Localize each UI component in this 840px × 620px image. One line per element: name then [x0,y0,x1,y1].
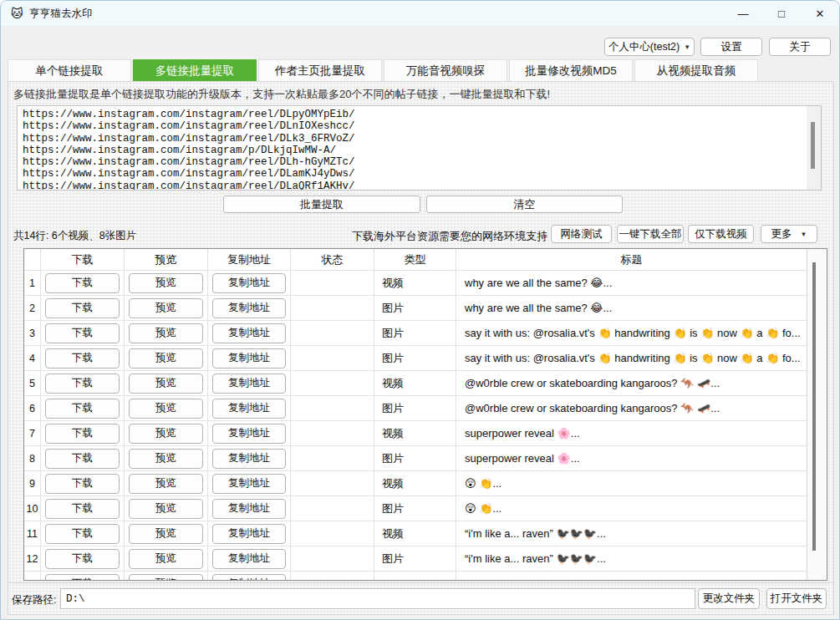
copy-link-button[interactable]: 复制地址 [212,449,286,469]
download-button[interactable]: 下载 [45,348,120,368]
col-preview-header: 预览 [125,249,208,270]
copy-link-button[interactable]: 复制地址 [212,574,286,581]
copy-link-button[interactable]: 复制地址 [212,499,286,519]
copy-link-button[interactable]: 复制地址 [212,424,286,444]
main-panel: 多链接批量提取是单个链接提取功能的升级版本，支持一次粘贴最多20个不同的帖子链接… [8,81,834,615]
copy-link-button[interactable]: 复制地址 [212,298,286,318]
copy-link-button[interactable]: 复制地址 [212,323,286,343]
table-scrollbar-thumb[interactable] [812,262,816,551]
download-button[interactable]: 下载 [45,424,120,444]
tab-multi-link-batch-extract[interactable]: 多链接批量提取 [133,59,257,81]
copy-link-button[interactable]: 复制地址 [212,524,286,544]
tab-universal-media-sniffer[interactable]: 万能音视频嗅探 [384,59,507,81]
status-cell [291,521,374,546]
download-button[interactable]: 下载 [45,298,120,318]
title-cell: say it with us: @rosalia.vt's 👏 handwrit… [456,346,807,370]
download-button[interactable]: 下载 [45,574,120,581]
preview-button[interactable]: 预览 [129,499,203,519]
col-type-header: 类型 [374,249,456,270]
row-number: 9 [24,471,41,495]
copy-link-button[interactable]: 复制地址 [212,474,286,494]
download-button[interactable]: 下载 [45,474,120,494]
type-cell: 视频 [374,271,456,295]
change-folder-button[interactable]: 更改文件夹 [698,588,760,609]
download-button[interactable]: 下载 [45,524,120,544]
url-input-box[interactable]: https://www.instagram.com/instagram/reel… [17,105,822,191]
url-scrollbar-thumb[interactable] [811,122,815,169]
download-video-only-button[interactable]: 仅下载视频 [688,225,754,243]
download-button[interactable]: 下载 [45,273,120,293]
more-dropdown-button[interactable]: 更多 ▼ [761,225,817,243]
save-path-input[interactable] [60,588,695,609]
copy-link-button[interactable]: 复制地址 [212,348,286,368]
table-scrollbar[interactable] [807,249,827,580]
preview-button[interactable]: 预览 [129,374,203,394]
preview-button[interactable]: 预览 [129,524,203,544]
close-button[interactable]: ✕ [801,1,839,26]
minimize-button[interactable]: — [724,1,762,26]
tab-single-link-extract[interactable]: 单个链接提取 [8,59,131,81]
copy-link-button[interactable]: 复制地址 [212,374,286,394]
title-cell: “i'm like a... raven” 🐦‍⬛🐦‍⬛🐦‍⬛... [456,546,807,571]
col-download-header: 下载 [41,249,125,270]
preview-button[interactable]: 预览 [129,399,203,419]
download-button[interactable]: 下载 [45,549,120,569]
results-table: 下载 预览 复制地址 状态 类型 标题 1 下载 预览 复制地址 视频 why … [23,248,827,581]
row-number: 13 [24,572,41,580]
preview-button[interactable]: 预览 [129,549,203,569]
clear-button[interactable]: 清空 [426,196,623,213]
download-button[interactable]: 下载 [45,399,120,419]
url-scrollbar[interactable] [807,106,821,190]
preview-button[interactable]: 预览 [129,273,203,293]
status-cell [291,371,374,395]
app-window: 🐱 亨亨猫去水印 — □ ✕ 个人中心(test2) ▼ 设置 关于 单个链接提… [0,0,840,620]
title-cell: 😲 👏... [456,471,807,495]
status-cell [291,421,374,445]
preview-button[interactable]: 预览 [129,449,203,469]
copy-link-button[interactable]: 复制地址 [212,399,286,419]
row-number: 3 [24,321,41,345]
network-test-button[interactable]: 网络测试 [551,225,612,243]
title-cell: superpower reveal 🌸... [456,446,807,470]
batch-extract-button[interactable]: 批量提取 [223,196,420,213]
settings-button[interactable]: 设置 [700,38,762,56]
download-button[interactable]: 下载 [45,374,120,394]
preview-button[interactable]: 预览 [129,298,203,318]
preview-button[interactable]: 预览 [129,474,203,494]
copy-link-button[interactable]: 复制地址 [212,549,286,569]
preview-button[interactable]: 预览 [129,574,203,581]
tab-extract-audio-from-video[interactable]: 从视频提取音频 [634,59,758,81]
open-folder-button[interactable]: 打开文件夹 [766,588,827,609]
download-button[interactable]: 下载 [45,449,120,469]
type-cell [374,572,456,580]
type-cell: 图片 [374,346,456,370]
row-number: 7 [24,421,41,445]
tab-bar: 单个链接提取多链接批量提取作者主页批量提取万能音视频嗅探批量修改视频MD5从视频… [8,59,758,81]
preview-button[interactable]: 预览 [129,424,203,444]
maximize-button[interactable]: □ [762,1,801,26]
tab-batch-modify-video-md5[interactable]: 批量修改视频MD5 [509,59,633,81]
title-cell: @w0rble crew or skateboarding kangaroos?… [456,396,807,420]
download-button[interactable]: 下载 [45,323,120,343]
download-all-button[interactable]: 一键下载全部 [617,225,684,243]
col-copy-header: 复制地址 [208,249,291,270]
status-cell [291,321,374,345]
about-button[interactable]: 关于 [769,38,831,56]
row-number: 10 [24,496,41,521]
status-cell [291,346,374,370]
row-number: 11 [24,521,41,546]
download-button[interactable]: 下载 [45,499,120,519]
url-textarea[interactable]: https://www.instagram.com/instagram/reel… [18,106,807,190]
type-cell: 图片 [374,546,456,571]
preview-button[interactable]: 预览 [129,348,203,368]
preview-button[interactable]: 预览 [129,323,203,343]
copy-link-button[interactable]: 复制地址 [212,273,286,293]
status-cell [291,471,374,495]
row-number: 2 [24,296,41,320]
account-menu-button[interactable]: 个人中心(test2) ▼ [604,38,695,56]
more-label: 更多 [771,227,792,241]
status-cell [291,271,374,295]
type-cell: 图片 [374,446,456,470]
account-menu-label: 个人中心(test2) [608,40,680,54]
tab-author-homepage-batch-extract[interactable]: 作者主页批量提取 [258,59,382,81]
